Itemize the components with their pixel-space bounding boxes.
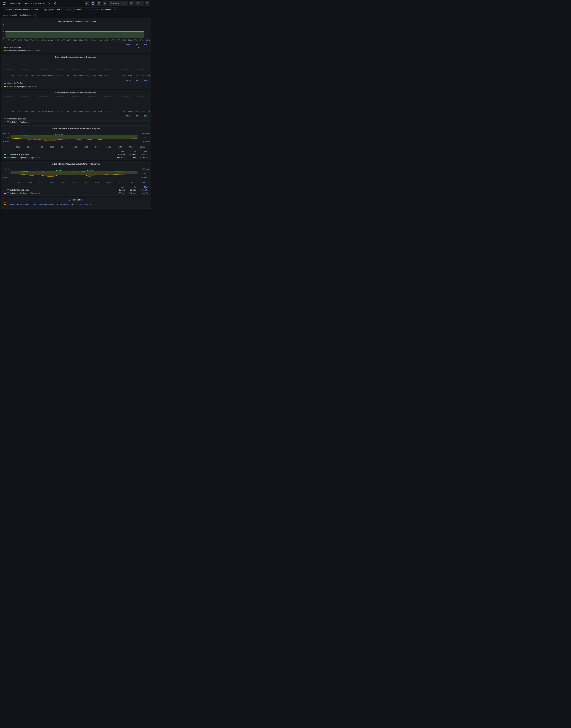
svg-text:23:00: 23:00 bbox=[5, 75, 10, 77]
legend-swatch-icon bbox=[4, 47, 6, 48]
panel-title: VirtualInterfaceBpsEgress/VirtualInterfa… bbox=[1, 126, 150, 130]
svg-text:12:00: 12:00 bbox=[85, 111, 90, 112]
chart-connection-pps[interactable]: 23:0000:0001:0002:0003:0004:0005:0006:00… bbox=[1, 95, 150, 115]
svg-text:10:00: 10:00 bbox=[73, 146, 77, 148]
svg-text:12:00: 12:00 bbox=[85, 39, 90, 41]
legend-swatch-icon bbox=[4, 193, 6, 194]
svg-text:04:00: 04:00 bbox=[38, 182, 43, 184]
breadcrumb-root[interactable]: CloudWatch bbox=[8, 2, 20, 5]
panel-title: ConnectionBpsEgress/ConnectionBpsIngress bbox=[1, 55, 150, 59]
panel-title: VirtualInterfacePpsEgress/VirtualInterfa… bbox=[1, 162, 150, 166]
legend-row[interactable]: ConnectionState 1 1 1 bbox=[3, 46, 149, 49]
var-connectionid[interactable]: ConnectionId dxcon-abcde123▾ bbox=[85, 8, 118, 12]
svg-text:00:00: 00:00 bbox=[16, 182, 20, 184]
svg-text:10:00: 10:00 bbox=[73, 111, 77, 112]
legend-row[interactable]: VirtualInterfaceBpsEgress 90 Mib/s 74 Mi… bbox=[3, 153, 149, 156]
dashboard-grid-icon[interactable] bbox=[2, 1, 7, 6]
svg-text:16:00: 16:00 bbox=[110, 39, 114, 41]
legend-swatch-icon bbox=[4, 154, 6, 155]
time-range-label: Last 24 hours bbox=[113, 2, 125, 5]
svg-text:07:00: 07:00 bbox=[54, 111, 59, 112]
svg-rect-7 bbox=[86, 4, 86, 4]
time-range-picker[interactable]: Last 24 hours ▾ bbox=[109, 1, 128, 6]
var-virtualinterfaceid[interactable]: VirtualInterfaceId dxvif-abcdefgh▾ bbox=[1, 13, 35, 17]
save-icon[interactable] bbox=[91, 1, 95, 6]
svg-text:95 Mib/s: 95 Mib/s bbox=[3, 133, 9, 134]
settings-icon[interactable] bbox=[103, 1, 107, 6]
legend-row[interactable]: VirtualInterfacePpsIngress (right y-axis… bbox=[3, 192, 149, 195]
doc-link-aws[interactable]: AWS CloudWatch Direct Connect documentat… bbox=[9, 203, 53, 206]
svg-text:05:00: 05:00 bbox=[42, 75, 47, 77]
svg-text:09:00: 09:00 bbox=[67, 111, 71, 112]
svg-text:0: 0 bbox=[3, 37, 4, 39]
panel-connection-state: ConnectionState/ConnectionEncryptionStat… bbox=[1, 18, 150, 53]
svg-text:17:00: 17:00 bbox=[116, 75, 120, 77]
svg-text:21:00: 21:00 bbox=[140, 111, 144, 112]
breadcrumb-page[interactable]: AWS Direct Connect bbox=[24, 2, 45, 5]
svg-rect-21 bbox=[5, 31, 144, 38]
grafana-logo-icon bbox=[3, 203, 7, 206]
svg-text:18:00: 18:00 bbox=[118, 146, 122, 148]
svg-text:20:00: 20:00 bbox=[134, 39, 138, 41]
var-datasource[interactable]: Datasource my-cloudwatch-datasource▾ bbox=[1, 8, 41, 12]
legend-row[interactable]: ConnectionPpsEgress bbox=[3, 117, 149, 120]
legend-row[interactable]: VirtualInterfacePpsEgress 16 kp/s 11 kp/… bbox=[3, 188, 149, 192]
legend-row[interactable]: ConnectionBpsIngress (right y-axis) bbox=[3, 85, 149, 88]
info-icon[interactable] bbox=[97, 1, 101, 6]
svg-text:03:00: 03:00 bbox=[30, 111, 34, 112]
svg-text:14:00: 14:00 bbox=[97, 39, 102, 41]
svg-text:07:00: 07:00 bbox=[54, 39, 59, 41]
svg-text:-954 Mib/s: -954 Mib/s bbox=[142, 141, 150, 143]
add-panel-button[interactable]: + bbox=[85, 1, 89, 6]
star-icon[interactable] bbox=[46, 1, 51, 6]
svg-text:2: 2 bbox=[3, 24, 4, 26]
panel-connection-pps: ConnectionPpsEgress/ConnectionPpsIngress… bbox=[1, 90, 150, 124]
chart-vif-bps[interactable]: 95 Mib/s 0 b/s -95 Mib/s 954 Mib/s 0 b/s… bbox=[1, 130, 150, 150]
svg-text:11:00: 11:00 bbox=[79, 39, 83, 41]
zoom-out-icon[interactable] bbox=[129, 1, 134, 6]
legend-swatch-icon bbox=[4, 86, 6, 87]
svg-text:15:00: 15:00 bbox=[104, 111, 108, 112]
svg-text:08:00: 08:00 bbox=[61, 75, 65, 77]
svg-rect-3 bbox=[5, 4, 5, 5]
svg-text:16:00: 16:00 bbox=[110, 75, 114, 77]
refresh-interval-picker[interactable]: ▾ bbox=[140, 1, 144, 6]
svg-text:00:00: 00:00 bbox=[16, 146, 20, 148]
refresh-icon[interactable] bbox=[135, 1, 140, 6]
chart-connection-state[interactable]: 210 23:0000:0001:0002:0003:0004:0005:000… bbox=[1, 23, 150, 43]
svg-point-6 bbox=[55, 4, 55, 4]
svg-text:15:00: 15:00 bbox=[104, 39, 108, 41]
svg-text:05:00: 05:00 bbox=[42, 111, 47, 112]
share-icon[interactable] bbox=[52, 1, 57, 6]
var-aggregation[interactable]: Aggregation auto▾ bbox=[42, 8, 64, 12]
chart-vif-pps[interactable]: 20 kp/s 0 p/s -20 kp/s 100 kp/s 0 p/s -1… bbox=[1, 166, 150, 186]
tv-mode-icon[interactable] bbox=[145, 1, 149, 6]
svg-text:03:00: 03:00 bbox=[30, 75, 34, 77]
doc-link-grafana[interactable]: Installed from Grafana.com dashboards bbox=[56, 203, 92, 206]
svg-text:04:00: 04:00 bbox=[36, 75, 40, 77]
svg-text:21:00: 21:00 bbox=[140, 75, 144, 77]
legend-row[interactable]: ConnectionBpsEgress bbox=[3, 82, 149, 85]
svg-text:19:00: 19:00 bbox=[128, 111, 132, 112]
svg-text:22:00: 22:00 bbox=[146, 75, 150, 77]
svg-text:14:00: 14:00 bbox=[97, 111, 102, 112]
svg-text:09:00: 09:00 bbox=[67, 75, 71, 77]
legend-swatch-icon bbox=[4, 83, 6, 84]
svg-text:18:00: 18:00 bbox=[122, 111, 126, 112]
legend-swatch-icon bbox=[4, 119, 6, 119]
svg-text:21:00: 21:00 bbox=[140, 39, 144, 41]
legend-row[interactable]: VirtualInterfaceBpsIngress (right y-axis… bbox=[3, 156, 149, 159]
svg-text:12:00: 12:00 bbox=[85, 75, 90, 77]
svg-rect-9 bbox=[87, 3, 87, 4]
legend-swatch-icon bbox=[4, 50, 6, 51]
svg-text:22:00: 22:00 bbox=[146, 111, 150, 112]
legend-row[interactable]: ConnectionEncryptionState (right y-axis) bbox=[3, 49, 149, 52]
var-region[interactable]: Region default▾ bbox=[65, 8, 84, 12]
svg-text:20:00: 20:00 bbox=[129, 182, 133, 184]
svg-text:18:00: 18:00 bbox=[122, 75, 126, 77]
svg-text:20:00: 20:00 bbox=[129, 146, 133, 148]
legend-row[interactable]: VirtualInterfacePpsIngress bbox=[3, 120, 149, 124]
svg-text:10:00: 10:00 bbox=[73, 39, 77, 41]
chart-connection-bps[interactable]: 23:0000:0001:0002:0003:0004:0005:0006:00… bbox=[1, 59, 150, 79]
svg-text:16:00: 16:00 bbox=[106, 182, 111, 184]
